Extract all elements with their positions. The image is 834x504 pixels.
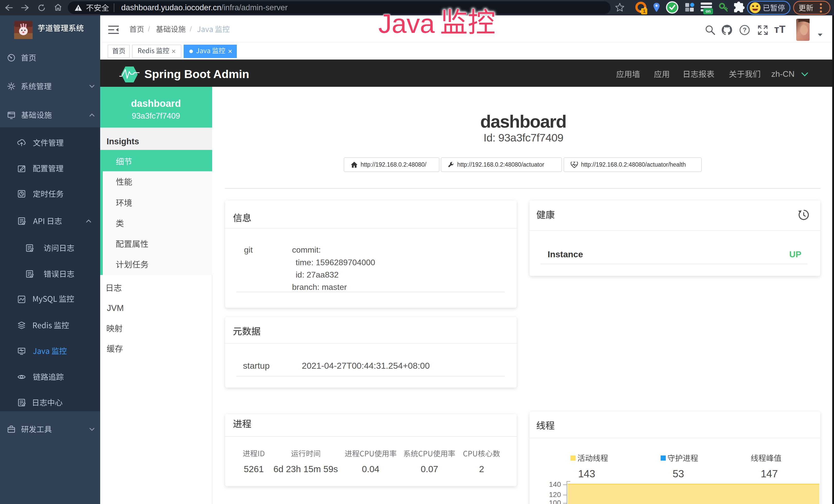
svg-text:1: 1	[643, 8, 646, 14]
svg-text:on: on	[706, 9, 711, 13]
svg-text:?: ?	[743, 26, 747, 33]
